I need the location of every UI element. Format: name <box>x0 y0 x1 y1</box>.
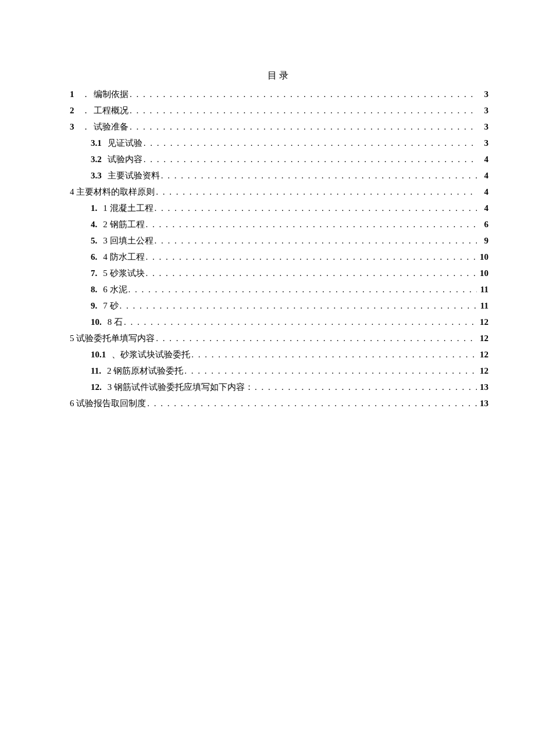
toc-entry-page: 3 <box>478 106 488 116</box>
toc-entry-number: 1 <box>70 89 77 99</box>
toc-entry-page: 4 <box>478 171 488 181</box>
toc-entry: 11.2 钢筋原材试验委托12 <box>70 366 488 377</box>
toc-entry-page: 12 <box>478 317 488 327</box>
toc-entry-page: 3 <box>478 89 488 99</box>
toc-entry-label: 、砂浆试块试验委托 <box>112 349 190 360</box>
toc-entry: 7.5 砂浆试块10 <box>70 268 488 279</box>
toc-entry-page: 10 <box>478 252 488 262</box>
toc-entry-number: 8. <box>91 285 97 295</box>
toc-leader-dots <box>144 138 477 148</box>
toc-entry-number: 3 <box>70 122 77 132</box>
toc-entry-page: 3 <box>478 122 488 132</box>
toc-entry: 8.6 水泥11 <box>70 284 488 295</box>
toc-entry-label: 2 钢筋工程 <box>103 219 144 230</box>
toc-entry: 4 主要材料的取样原则4 <box>70 187 488 198</box>
toc-leader-dots <box>120 301 477 311</box>
toc-leader-dots <box>156 187 477 197</box>
toc-entry-label: 5 砂浆试块 <box>103 268 144 279</box>
toc-leader-dots <box>130 89 477 99</box>
toc-entry: 3．试验准备3 <box>70 121 488 132</box>
toc-entry-page: 12 <box>478 334 488 343</box>
toc-entry-label: 4 防水工程 <box>103 252 144 263</box>
toc-leader-dots <box>255 382 477 392</box>
toc-entry-page: 11 <box>478 301 488 311</box>
toc-entry-page: 10 <box>478 268 488 278</box>
toc-leader-dots <box>129 285 477 295</box>
toc-entry: 3.1见证试验3 <box>70 138 488 149</box>
toc-entry: 5.3 回填土公程9 <box>70 235 488 246</box>
toc-entry-label: 6 水泥 <box>103 284 127 295</box>
toc-entry-number: 3.1 <box>91 138 102 148</box>
toc-entry-label: 见证试验 <box>108 138 142 149</box>
toc-entry: 6.4 防水工程10 <box>70 252 488 263</box>
toc-entry-number: 5. <box>91 236 97 246</box>
toc-leader-dots <box>144 155 477 164</box>
toc-entry: 6 试验报告取回制度13 <box>70 398 488 409</box>
toc-entry-page: 4 <box>478 155 488 164</box>
toc-entry-page: 4 <box>478 203 488 213</box>
toc-leader-dots <box>124 317 477 327</box>
toc-entry: 2．工程概况3 <box>70 105 488 116</box>
toc-entry-label: 试验准备 <box>94 121 129 132</box>
toc-entry-number: 12. <box>91 382 102 392</box>
toc-entry-number: 3.2 <box>91 155 102 164</box>
toc-entry-number: 4. <box>91 220 97 230</box>
toc-entry-separator: ． <box>81 89 90 100</box>
toc-entry: 3.2试验内容4 <box>70 154 488 165</box>
toc-entry-label: 5 试验委托单填写内容 <box>70 333 155 344</box>
toc-entry-number: 10.1 <box>91 350 106 360</box>
toc-entry-number: 11. <box>91 366 101 376</box>
toc-entry: 10.1、砂浆试块试验委托12 <box>70 349 488 360</box>
toc-entry: 9.7 砂11 <box>70 300 488 311</box>
toc-entry-number: 1. <box>91 203 97 213</box>
toc-leader-dots <box>191 350 477 360</box>
toc-entry-page: 3 <box>478 138 488 148</box>
toc-entry-label: 试验内容 <box>108 154 142 165</box>
toc-leader-dots <box>130 106 477 116</box>
toc-leader-dots <box>146 252 477 262</box>
toc-entry-number: 2 <box>70 106 77 116</box>
toc-leader-dots <box>156 334 477 343</box>
toc-entry-page: 4 <box>478 187 488 197</box>
toc-entry: 1.1 混凝土工程4 <box>70 203 488 214</box>
toc-entry-number: 9. <box>91 301 97 311</box>
toc-leader-dots <box>146 220 477 230</box>
toc-entry-page: 6 <box>478 220 488 230</box>
toc-leader-dots <box>146 268 477 278</box>
toc-entry: 12.3 钢筋试件试验委托应填写如下内容：13 <box>70 382 488 393</box>
toc-entry-label: 7 砂 <box>103 300 118 311</box>
toc-leader-dots <box>147 399 477 409</box>
toc-entry-number: 3.3 <box>91 171 102 181</box>
toc-leader-dots <box>184 366 477 376</box>
toc-entry-page: 12 <box>478 366 488 376</box>
toc-leader-dots <box>155 203 477 213</box>
toc-leader-dots <box>130 122 477 132</box>
toc-entry: 10.8 石12 <box>70 317 488 328</box>
toc-entry-page: 9 <box>478 236 488 246</box>
toc-entry-page: 12 <box>478 350 488 360</box>
toc-entry: 4.2 钢筋工程6 <box>70 219 488 230</box>
toc-entry-label: 工程概况 <box>94 105 129 116</box>
toc-entry-label: 2 钢筋原材试验委托 <box>107 366 183 377</box>
toc-entry-separator: ． <box>81 105 90 116</box>
toc-entry: 1．编制依据3 <box>70 89 488 100</box>
toc-leader-dots <box>161 171 477 181</box>
toc-entry-page: 11 <box>478 285 488 295</box>
toc-entry-label: 1 混凝土工程 <box>103 203 153 214</box>
toc-entry: 5 试验委托单填写内容12 <box>70 333 488 344</box>
toc-entry-number: 7. <box>91 268 97 278</box>
toc-entry-label: 3 钢筋试件试验委托应填写如下内容： <box>108 382 254 393</box>
toc-leader-dots <box>155 236 477 246</box>
toc-entry-label: 编制依据 <box>94 89 129 100</box>
toc-entry-label: 8 石 <box>108 317 123 328</box>
toc-entry-label: 6 试验报告取回制度 <box>70 398 146 409</box>
toc-entry-separator: ． <box>81 121 90 132</box>
toc-entry-number: 10. <box>91 317 102 327</box>
toc-entry-label: 4 主要材料的取样原则 <box>70 187 155 198</box>
toc-entry: 3.3主要试验资料4 <box>70 170 488 181</box>
toc-entry-label: 3 回填土公程 <box>103 235 153 246</box>
toc-list: 1．编制依据32．工程概况33．试验准备33.1见证试验33.2试验内容43.3… <box>70 89 488 409</box>
toc-entry-number: 6. <box>91 252 97 262</box>
toc-entry-page: 13 <box>478 399 488 409</box>
toc-entry-label: 主要试验资料 <box>108 170 160 181</box>
